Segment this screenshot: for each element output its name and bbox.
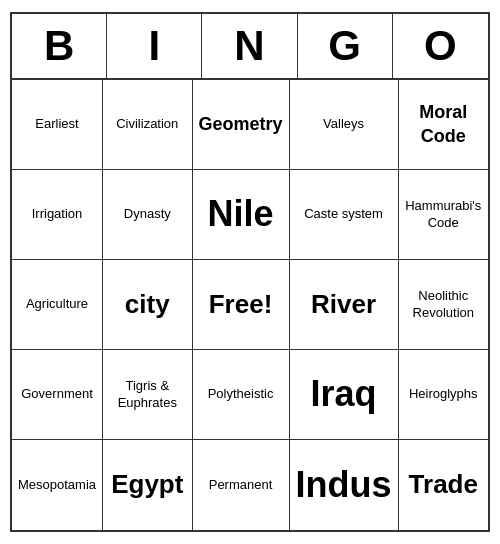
cell-text: Earliest — [35, 116, 78, 133]
bingo-cell[interactable]: Free! — [193, 260, 290, 350]
bingo-cell[interactable]: Iraq — [290, 350, 399, 440]
cell-text: River — [311, 288, 376, 322]
cell-text: Government — [21, 386, 93, 403]
cell-text: Mesopotamia — [18, 477, 96, 494]
bingo-cell[interactable]: Nile — [193, 170, 290, 260]
bingo-grid: EarliestCivilizationGeometryValleysMoral… — [12, 80, 488, 530]
bingo-cell[interactable]: Polytheistic — [193, 350, 290, 440]
cell-text: Geometry — [199, 113, 283, 136]
cell-text: Nile — [208, 191, 274, 238]
header-letter: B — [12, 14, 107, 78]
cell-text: Free! — [209, 288, 273, 322]
cell-text: Permanent — [209, 477, 273, 494]
bingo-cell[interactable]: city — [103, 260, 192, 350]
bingo-cell[interactable]: Caste system — [290, 170, 399, 260]
cell-text: Dynasty — [124, 206, 171, 223]
cell-text: Moral Code — [405, 101, 482, 148]
bingo-card: BINGO EarliestCivilizationGeometryValley… — [10, 12, 490, 532]
cell-text: Polytheistic — [208, 386, 274, 403]
bingo-cell[interactable]: Trade — [399, 440, 488, 530]
bingo-cell[interactable]: River — [290, 260, 399, 350]
cell-text: Trade — [409, 468, 478, 502]
cell-text: Indus — [296, 462, 392, 509]
cell-text: Tigris & Euphrates — [109, 378, 185, 412]
cell-text: Valleys — [323, 116, 364, 133]
bingo-cell[interactable]: Government — [12, 350, 103, 440]
header-letter: O — [393, 14, 488, 78]
header-letter: N — [202, 14, 297, 78]
cell-text: Iraq — [311, 371, 377, 418]
bingo-cell[interactable]: Heiroglyphs — [399, 350, 488, 440]
bingo-cell[interactable]: Valleys — [290, 80, 399, 170]
header-letter: I — [107, 14, 202, 78]
bingo-cell[interactable]: Neolithic Revolution — [399, 260, 488, 350]
cell-text: Civilization — [116, 116, 178, 133]
bingo-cell[interactable]: Indus — [290, 440, 399, 530]
bingo-cell[interactable]: Mesopotamia — [12, 440, 103, 530]
cell-text: Egypt — [111, 468, 183, 502]
bingo-cell[interactable]: Tigris & Euphrates — [103, 350, 192, 440]
cell-text: city — [125, 288, 170, 322]
cell-text: Agriculture — [26, 296, 88, 313]
bingo-cell[interactable]: Egypt — [103, 440, 192, 530]
cell-text: Caste system — [304, 206, 383, 223]
bingo-cell[interactable]: Civilization — [103, 80, 192, 170]
cell-text: Neolithic Revolution — [405, 288, 482, 322]
cell-text: Irrigation — [32, 206, 83, 223]
header-letter: G — [298, 14, 393, 78]
bingo-cell[interactable]: Hammurabi's Code — [399, 170, 488, 260]
bingo-cell[interactable]: Irrigation — [12, 170, 103, 260]
bingo-cell[interactable]: Dynasty — [103, 170, 192, 260]
bingo-cell[interactable]: Agriculture — [12, 260, 103, 350]
bingo-cell[interactable]: Geometry — [193, 80, 290, 170]
cell-text: Heiroglyphs — [409, 386, 478, 403]
cell-text: Hammurabi's Code — [405, 198, 482, 232]
bingo-cell[interactable]: Earliest — [12, 80, 103, 170]
bingo-cell[interactable]: Permanent — [193, 440, 290, 530]
bingo-header: BINGO — [12, 14, 488, 80]
bingo-cell[interactable]: Moral Code — [399, 80, 488, 170]
